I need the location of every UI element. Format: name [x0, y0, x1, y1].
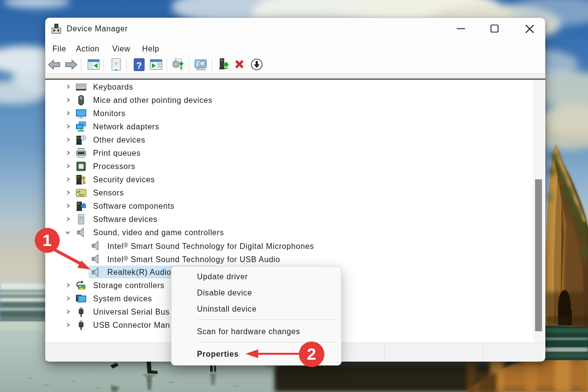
svg-text:?: ? [82, 135, 85, 140]
svg-text:?: ? [136, 60, 142, 71]
